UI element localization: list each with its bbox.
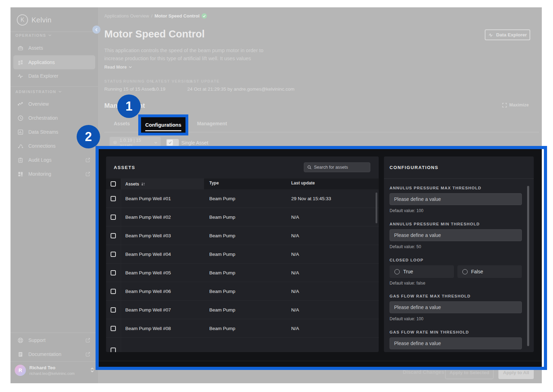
assets-panel: ASSETS Search for assets Assets Type Las… (106, 156, 379, 352)
tab-management[interactable]: Management (197, 121, 227, 126)
asset-name: Beam Pump Well #01 (125, 196, 171, 201)
user-email: richard.teo@kelvininc.com (29, 371, 75, 376)
table-scrollbar[interactable] (376, 192, 377, 223)
asset-type: Beam Pump (209, 215, 235, 220)
apps-grid-icon (18, 59, 23, 65)
sidebar-item-label: Support (28, 337, 46, 343)
apply-to-selected-button[interactable]: Apply to Selected (445, 366, 493, 379)
breadcrumb-current: Motor Speed Control (155, 13, 200, 19)
row-checkbox[interactable] (111, 289, 116, 294)
sidebar-item-orchestration[interactable]: Orchestration (13, 111, 95, 125)
sidebar-item-documentation[interactable]: Documentation (13, 347, 95, 361)
asset-last-update: 29 Nov at 15:45:33 (291, 196, 331, 201)
config-field-annulus-pressure-min: ANNULUS PRESSURE MIN THRESHOLD Please de… (390, 222, 522, 249)
field-label: ANNULUS PRESSURE MAX THRESHOLD (390, 186, 522, 190)
tab-assets[interactable]: Assets (114, 121, 130, 126)
asset-type: Beam Pump (209, 326, 235, 331)
row-checkbox[interactable] (111, 326, 116, 331)
row-checkbox[interactable] (111, 270, 116, 275)
latest-version-value: 1.0.19 (152, 86, 166, 92)
sidebar-item-label: Connections (28, 143, 56, 149)
radio-label: False (471, 269, 483, 274)
select-all-checkbox[interactable] (111, 181, 116, 187)
sidebar-item-assets[interactable]: Assets (13, 41, 95, 55)
row-checkbox[interactable] (111, 252, 116, 257)
radio-option-true[interactable]: True (390, 265, 454, 278)
sidebar-item-data-explorer[interactable]: Data Explorer (13, 69, 95, 83)
row-checkbox[interactable] (111, 215, 116, 220)
field-label: ANNULUS PRESSURE MIN THRESHOLD (390, 222, 522, 226)
config-field-gas-flow-min: GAS FLOW RATE MIN THRESHOLD Please defin… (390, 330, 522, 352)
sidebar-section-administration[interactable]: ADMINISTRATION (15, 90, 62, 94)
table-row[interactable]: Beam Pump Well #01Beam Pump29 Nov at 15:… (106, 189, 379, 208)
input-placeholder: Please define a value (394, 304, 441, 310)
asset-last-update: N/A (291, 233, 299, 238)
asset-last-update: N/A (291, 215, 299, 220)
field-label: GAS FLOW RATE MIN THRESHOLD (390, 330, 522, 334)
breadcrumb-parent[interactable]: Applications Overview (104, 13, 149, 19)
radio-option-false[interactable]: False (457, 265, 522, 278)
breadcrumb: Applications Overview / Motor Speed Cont… (104, 13, 207, 19)
asset-type: Beam Pump (209, 252, 235, 257)
gas-flow-max-input[interactable]: Please define a value (390, 301, 522, 313)
table-row[interactable]: Beam Pump Well #07Beam PumpN/A (106, 301, 379, 319)
sidebar-item-support[interactable]: Support (13, 333, 95, 347)
layers-icon (113, 140, 117, 145)
asset-name: Beam Pump Well #07 (125, 307, 171, 313)
gas-flow-min-input[interactable]: Please define a value (390, 337, 522, 349)
single-asset-label: Single Asset (181, 140, 208, 146)
config-scrollbar[interactable] (527, 186, 529, 346)
divider (10, 31, 98, 32)
annulus-pressure-min-input[interactable]: Please define a value (390, 229, 522, 241)
configurations-tab-content: ASSETS Search for assets Assets Type Las… (99, 149, 542, 367)
annulus-pressure-max-input[interactable]: Please define a value (390, 193, 522, 205)
read-more-link[interactable]: Read More (104, 65, 132, 70)
sort-icons (141, 182, 145, 186)
waveform-icon (18, 73, 23, 79)
search-input[interactable]: Search for assets (304, 162, 370, 172)
table-row[interactable]: Beam Pump Well #04Beam PumpN/A (106, 245, 379, 264)
user-menu[interactable]: R Richard Teo richard.teo@kelvininc.com (10, 362, 98, 383)
row-checkbox[interactable] (111, 233, 116, 238)
column-header-assets[interactable]: Assets (121, 178, 204, 189)
document-icon (18, 351, 23, 357)
divider (10, 86, 98, 87)
row-checkbox[interactable] (111, 196, 116, 201)
sidebar-collapse-button[interactable] (92, 26, 100, 34)
column-header-type[interactable]: Type (209, 181, 219, 186)
column-header-last-update[interactable]: Last update (291, 181, 315, 186)
single-asset-toggle[interactable] (166, 139, 179, 146)
section-label-text: ADMINISTRATION (15, 90, 56, 94)
table-row[interactable]: Beam Pump Well #02Beam PumpN/A (106, 208, 379, 226)
apply-to-all-button[interactable]: Apply to All (498, 366, 534, 379)
sidebar-item-applications[interactable]: Applications (13, 55, 95, 69)
sidebar-item-overview[interactable]: Overview (13, 97, 95, 111)
discard-changes-button[interactable]: Discard Changes (397, 369, 450, 377)
maximize-button[interactable]: Maximize (502, 103, 529, 107)
row-checkbox[interactable] (111, 307, 116, 313)
table-row[interactable]: Beam Pump Well #08Beam PumpN/A (106, 319, 379, 338)
kelvin-logo-icon: K (17, 14, 28, 26)
chevron-down-icon (129, 66, 132, 68)
field-default-value: Default value: false (390, 281, 522, 286)
sidebar-item-audit-logs[interactable]: Audit Logs (13, 153, 95, 167)
radio-label: True (403, 269, 413, 274)
status-value: Running (104, 86, 122, 92)
sidebar-item-label: Audit Logs (28, 157, 51, 163)
sidebar-item-label: Orchestration (28, 115, 58, 121)
table-row[interactable]: Beam Pump Well #03Beam PumpN/A (106, 226, 379, 245)
asset-type: Beam Pump (209, 233, 235, 238)
row-checkbox[interactable] (111, 348, 116, 352)
data-explorer-button[interactable]: Data Explorer (485, 29, 530, 40)
tab-configurations[interactable]: Configurations (141, 117, 186, 133)
table-row[interactable]: Beam Pump Well #06Beam PumpN/A (106, 282, 379, 301)
asset-name: Beam Pump Well #08 (125, 326, 171, 331)
table-row-partial[interactable] (106, 338, 379, 352)
table-row[interactable]: Beam Pump Well #05Beam PumpN/A (106, 264, 379, 282)
avatar: R (15, 365, 26, 376)
assets-panel-title: ASSETS (114, 165, 135, 170)
sidebar-item-monitoring[interactable]: Monitoring (13, 167, 95, 181)
radio-icon (462, 269, 468, 274)
sidebar-section-operations[interactable]: OPERATIONS (15, 33, 51, 37)
version-dropdown[interactable]: 1.0.19 | 15 assets (110, 137, 161, 148)
